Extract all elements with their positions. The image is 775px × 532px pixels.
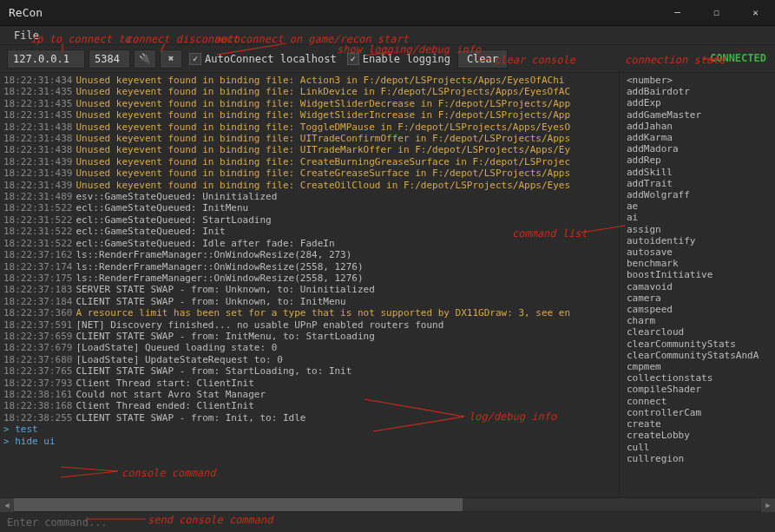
- log-line: 18:22:37:793Client Thread start: ClientI…: [3, 378, 615, 389]
- log-line: 18:22:37:679[LoadState] Queued loading s…: [3, 342, 615, 353]
- log-line: 18:22:31:522ecl::GameStateQueued: StartL…: [3, 214, 615, 226]
- command-list-item[interactable]: autoidentify: [620, 235, 775, 246]
- log-line: 18:22:31:434Unused keyevent found in bin…: [3, 75, 615, 86]
- command-list-item[interactable]: cullregion: [620, 453, 775, 464]
- clear-button[interactable]: Clear: [457, 49, 508, 69]
- log-timestamp: 18:22:31:435: [3, 98, 72, 109]
- command-list-item[interactable]: camspeed: [620, 304, 775, 315]
- command-list-item[interactable]: connect: [620, 396, 775, 407]
- log-line: 18:22:37:360A resource limit has been se…: [3, 307, 615, 319]
- command-list-item[interactable]: addTrait: [620, 178, 775, 189]
- log-timestamp: 18:22:31:489: [3, 191, 72, 202]
- command-list-item[interactable]: create: [620, 418, 775, 430]
- command-list-item[interactable]: addMadora: [620, 143, 775, 154]
- log-timestamp: 18:22:31:435: [3, 109, 72, 121]
- disconnect-button[interactable]: ✖: [160, 49, 182, 69]
- log-line: 18:22:38:168Client Thread ended: ClientI…: [3, 400, 615, 411]
- port-input[interactable]: [89, 49, 130, 69]
- log-message: Unused keyevent found in binding file: C…: [76, 180, 570, 191]
- log-line: > hide ui: [3, 436, 615, 447]
- log-line: 18:22:31:489esv::GameStateQueued: Uninit…: [3, 191, 615, 202]
- command-list-item[interactable]: addBairdotr: [620, 86, 775, 97]
- command-list-item[interactable]: cmpmem: [620, 361, 775, 372]
- command-input[interactable]: [0, 512, 775, 532]
- maximize-button[interactable]: ☐: [697, 0, 736, 26]
- log-message: ls::RenderFrameManager::OnWindowResize(2…: [76, 249, 351, 260]
- log-message: ecl::GameStateQueued: Idle after fade: F…: [76, 238, 334, 249]
- command-list-item[interactable]: benchmark: [620, 258, 775, 269]
- log-timestamp: 18:22:37:174: [3, 261, 72, 273]
- log-message: Unused keyevent found in binding file: U…: [76, 133, 570, 144]
- log-line: 18:22:31:438Unused keyevent found in bin…: [3, 133, 615, 144]
- log-line: 18:22:31:522ecl::GameStateQueued: InitMe…: [3, 202, 615, 213]
- minimize-button[interactable]: ─: [658, 0, 697, 26]
- scroll-thumb[interactable]: [14, 498, 463, 511]
- command-list-item[interactable]: compileShader: [620, 384, 775, 395]
- log-message: Unused keyevent found in binding file: L…: [76, 86, 570, 97]
- connect-button[interactable]: 🔌: [134, 49, 156, 69]
- command-list-item[interactable]: camavoid: [620, 281, 775, 292]
- log-timestamp: 18:22:31:522: [3, 226, 72, 237]
- scroll-right-arrow[interactable]: ▶: [761, 498, 775, 512]
- horizontal-scrollbar[interactable]: ◀ ▶: [0, 497, 775, 511]
- log-message: ls::RenderFrameManager::OnWindowResize(2…: [76, 261, 363, 273]
- log-timestamp: 18:22:37:183: [3, 284, 72, 295]
- command-list-item[interactable]: addGameMaster: [620, 109, 775, 121]
- scroll-track[interactable]: [14, 498, 761, 511]
- logging-checkbox[interactable]: ✓: [347, 53, 359, 65]
- command-list-item[interactable]: clearCommunityStats: [620, 338, 775, 350]
- log-line: 18:22:37:183SERVER STATE SWAP - from: Un…: [3, 284, 615, 295]
- command-list-item[interactable]: ai: [620, 212, 775, 223]
- menu-file[interactable]: File: [7, 28, 46, 43]
- log-line: 18:22:38:161Could not start Avro Stat Ma…: [3, 389, 615, 400]
- log-message: Unused keyevent found in binding file: A…: [76, 75, 564, 86]
- log-line: 18:22:31:438Unused keyevent found in bin…: [3, 122, 615, 133]
- command-list-item[interactable]: createLobby: [620, 430, 775, 441]
- log-timestamp: 18:22:31:438: [3, 133, 72, 144]
- ip-input[interactable]: [7, 49, 85, 69]
- log-timestamp: 18:22:37:679: [3, 342, 72, 353]
- log-message: Client Thread ended: ClientInit: [76, 400, 253, 411]
- log-message: [LoadState] Queued loading state: 0: [76, 342, 277, 353]
- command-list-item[interactable]: addExp: [620, 97, 775, 108]
- command-list-item[interactable]: <number>: [620, 75, 775, 86]
- log-line: 18:22:37:162ls::RenderFrameManager::OnWi…: [3, 249, 615, 260]
- command-list-item[interactable]: camera: [620, 292, 775, 304]
- logging-label: Enable logging: [363, 53, 450, 65]
- log-message: ls::RenderFrameManager::OnWindowResize(2…: [76, 273, 363, 284]
- command-list-item[interactable]: addWolgraff: [620, 189, 775, 200]
- scroll-left-arrow[interactable]: ◀: [0, 498, 14, 512]
- log-panel[interactable]: 18:22:31:434Unused keyevent found in bin…: [0, 73, 619, 497]
- command-list-item[interactable]: cull: [620, 442, 775, 453]
- command-list-item[interactable]: collectionstats: [620, 372, 775, 384]
- autoconnect-checkbox[interactable]: ✓: [189, 53, 201, 65]
- log-message: > test: [3, 424, 38, 435]
- log-timestamp: 18:22:37:765: [3, 365, 72, 377]
- command-list-item[interactable]: assign: [620, 224, 775, 235]
- command-list-item[interactable]: addKarma: [620, 132, 775, 143]
- close-button[interactable]: ✕: [736, 0, 775, 26]
- command-list-panel[interactable]: <number>addBairdotraddExpaddGameMasterad…: [619, 73, 775, 497]
- command-list-item[interactable]: controllerCam: [620, 407, 775, 418]
- log-timestamp: 18:22:38:255: [3, 412, 72, 424]
- log-line: 18:22:31:439Unused keyevent found in bin…: [3, 156, 615, 167]
- title-bar: ReCon ─ ☐ ✕: [0, 0, 775, 26]
- log-message: A resource limit has been set for a type…: [76, 307, 570, 319]
- command-list-item[interactable]: addSkill: [620, 167, 775, 178]
- log-message: Unused keyevent found in binding file: U…: [76, 144, 570, 155]
- log-timestamp: 18:22:37:184: [3, 296, 72, 307]
- command-list-item[interactable]: boostInitiative: [620, 269, 775, 280]
- log-line: 18:22:37:659CLIENT STATE SWAP - from: In…: [3, 331, 615, 342]
- command-list-item[interactable]: autosave: [620, 246, 775, 258]
- log-message: esv::GameStateQueued: Uninitialized: [76, 191, 277, 202]
- command-list-item[interactable]: addRep: [620, 154, 775, 166]
- command-list-item[interactable]: ae: [620, 200, 775, 212]
- command-list-item[interactable]: clearCommunityStatsAndA: [620, 350, 775, 361]
- command-list-item[interactable]: clearcloud: [620, 326, 775, 338]
- command-list-item[interactable]: charm: [620, 315, 775, 326]
- log-message: Unused keyevent found in binding file: W…: [76, 98, 570, 109]
- command-list-item[interactable]: addJahan: [620, 121, 775, 132]
- log-timestamp: 18:22:31:438: [3, 122, 72, 133]
- log-line: 18:22:31:522ecl::GameStateQueued: Init: [3, 226, 615, 237]
- log-line: 18:22:37:680[LoadState] UpdateStateReque…: [3, 354, 615, 365]
